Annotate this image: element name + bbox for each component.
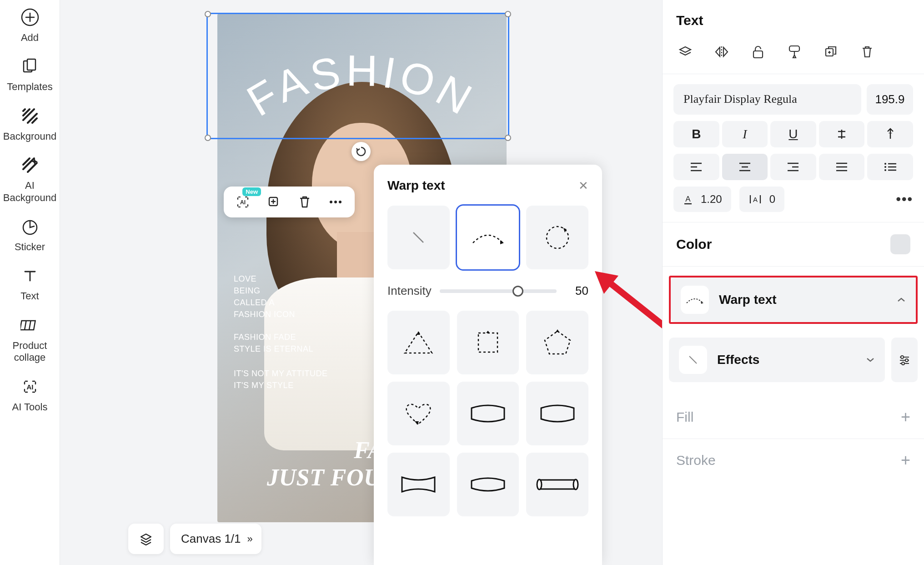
sticker-icon [20,217,40,237]
layers-button[interactable] [128,524,164,554]
color-swatch[interactable] [890,234,910,254]
svg-text:AI: AI [26,383,33,391]
sidebar-item-label: Add [21,32,39,44]
add-stroke-button[interactable]: + [901,451,910,470]
canvas-text-block-3[interactable]: IT'S NOT MY ATTITUDE IT'S MY STYLE [234,368,327,391]
warp-panel-title: Warp text [387,178,445,193]
sidebar-item-label: Product collage [13,340,47,364]
align-right-button[interactable] [770,154,816,180]
svg-point-15 [573,479,578,489]
warp-option-circle[interactable] [526,206,588,269]
vertical-text-button[interactable]: T [867,121,913,147]
slider-thumb[interactable] [512,286,523,297]
italic-button[interactable]: I [722,121,768,147]
align-center-button[interactable] [722,154,768,180]
svg-text:T: T [889,131,892,138]
sidebar-item-sticker[interactable]: Sticker [0,217,60,253]
duplicate-button[interactable] [265,193,283,211]
delete-button[interactable] [296,193,314,211]
intensity-slider[interactable] [440,289,557,293]
trash-icon[interactable] [858,43,876,61]
chevrons-right-icon: » [247,533,251,545]
font-size-input[interactable]: 195.9 [867,84,913,115]
templates-icon [20,56,40,76]
sidebar-item-ai-background[interactable]: AI Background [0,155,60,204]
paint-icon[interactable] [785,43,803,61]
underline-button[interactable]: U [770,121,816,147]
line-height-input[interactable]: A 1.20 [673,187,731,212]
warp-option-heart[interactable] [387,382,450,445]
ai-background-icon [20,155,40,175]
more-button[interactable] [326,193,345,211]
sidebar-item-add[interactable]: Add [0,7,60,44]
sidebar-item-label: Text [20,290,39,302]
warp-text-panel: Warp text ✕ Intensity 50 [374,165,602,565]
effects-row[interactable]: Effects [669,338,885,382]
intensity-value: 50 [565,284,588,298]
right-panel: Text Playfair Display Regula 195.9 B I U… [662,0,924,565]
svg-point-29 [902,362,904,365]
ai-tools-icon: AI [20,377,40,397]
warp-text-row-highlight: Warp text [669,276,918,324]
warp-option-flag[interactable] [526,453,588,516]
resize-handle-bl[interactable] [205,135,211,141]
svg-rect-18 [789,46,799,51]
svg-line-26 [689,356,697,363]
product-collage-icon [20,315,40,335]
bold-button[interactable]: B [673,121,719,147]
sidebar-item-label: AI Background [3,180,56,204]
sidebar-item-background[interactable]: Background [0,106,60,142]
layer-order-icon[interactable] [676,43,694,61]
svg-rect-17 [753,51,763,58]
lock-icon[interactable] [749,43,767,61]
sidebar-item-templates[interactable]: Templates [0,56,60,93]
canvas-label: Canvas 1/1 [181,532,241,546]
canvas-text-block-2[interactable]: FASHION FADE STYLE IS ETERNAL [234,331,313,355]
svg-point-27 [901,356,904,358]
warp-option-square[interactable] [457,311,519,374]
warp-option-arch-up[interactable] [526,382,588,445]
svg-point-23 [884,169,886,171]
effects-thumb-icon [679,346,707,374]
sidebar-item-ai-tools[interactable]: AI AI Tools [0,377,60,413]
warp-option-arc[interactable] [457,206,519,269]
canvas-pager[interactable]: Canvas 1/1» [170,524,261,554]
warp-option-none[interactable] [387,206,450,269]
context-toolbar: AI New [224,187,355,217]
chevron-up-icon [897,297,906,303]
more-options-button[interactable]: ••• [896,192,913,207]
new-badge: New [242,187,261,196]
letter-spacing-input[interactable]: A 0 [739,187,784,212]
font-family-select[interactable]: Playfair Display Regula [673,84,861,115]
svg-point-9 [334,201,337,203]
warp-option-arch-down[interactable] [457,382,519,445]
align-justify-button[interactable] [819,154,865,180]
effects-settings-button[interactable] [891,338,918,382]
panel-title: Text [663,0,924,37]
sidebar-item-product-collage[interactable]: Product collage [0,315,60,364]
warp-option-bulge[interactable] [457,453,519,516]
rotate-handle[interactable] [352,142,371,161]
warp-option-bowtie[interactable] [387,453,450,516]
canvas-text-block-1[interactable]: LOVE BEING CALLED A FASHION ICON [234,273,295,320]
warp-option-triangle[interactable] [387,311,450,374]
strikethrough-button[interactable] [819,121,865,147]
warp-text-label: Warp text [719,293,777,307]
copy-icon[interactable] [822,43,840,61]
close-icon[interactable]: ✕ [578,179,588,193]
add-fill-button[interactable]: + [901,408,910,427]
sidebar-item-label: Templates [7,81,52,93]
letter-spacing-icon: A [748,194,762,205]
bottom-controls: Canvas 1/1» [128,524,261,554]
align-left-button[interactable] [673,154,719,180]
warp-option-pentagon[interactable] [526,311,588,374]
warp-text-row[interactable]: Warp text [671,277,916,322]
flip-icon[interactable] [713,43,731,61]
canvas-area: FASHION LOVE BEING CALLED A FASHION ICON… [60,0,662,565]
sidebar-item-text[interactable]: Text [0,266,60,302]
ai-button[interactable]: AI New [234,193,252,211]
resize-handle-tl[interactable] [205,11,211,17]
svg-point-28 [905,359,908,362]
list-button[interactable] [867,154,913,180]
svg-text:A: A [753,196,758,203]
